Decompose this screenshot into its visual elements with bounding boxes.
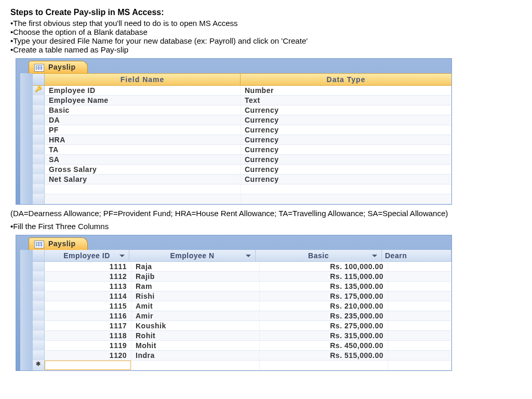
new-record-icon[interactable]: ✱	[33, 361, 45, 370]
table-tab[interactable]: Payslip	[29, 61, 88, 73]
row-selector[interactable]	[33, 311, 45, 321]
row-selector[interactable]	[33, 282, 45, 291]
employee-id-cell[interactable]: 1119	[45, 341, 131, 350]
dearness-cell[interactable]	[388, 301, 451, 311]
dearness-cell[interactable]	[388, 321, 451, 330]
field-name-cell[interactable]: TA	[45, 145, 241, 154]
row-selector[interactable]	[33, 135, 45, 144]
table-row[interactable]	[33, 184, 451, 194]
employee-name-cell[interactable]: Koushik	[131, 321, 260, 330]
dearness-cell[interactable]	[388, 341, 451, 350]
table-row[interactable]: TACurrency	[33, 145, 451, 155]
table-row[interactable]: HRACurrency	[33, 135, 451, 145]
basic-cell[interactable]: Rs. 450,000.00	[260, 341, 388, 350]
row-selector[interactable]	[33, 155, 45, 164]
data-type-cell[interactable]: Currency	[241, 115, 451, 125]
table-row[interactable]: DACurrency	[33, 115, 451, 125]
basic-cell[interactable]: Rs. 515,000.00	[260, 351, 388, 360]
table-row[interactable]: 1117KoushikRs. 275,000.00	[33, 321, 451, 331]
employee-name-cell[interactable]: Mohit	[131, 341, 260, 350]
employee-id-cell[interactable]	[45, 361, 131, 370]
table-row[interactable]: PFCurrency	[33, 125, 451, 135]
dearness-cell[interactable]	[388, 361, 451, 370]
table-row[interactable]: 1112RajibRs. 115,000.00	[33, 272, 451, 282]
dearness-cell[interactable]	[388, 331, 451, 340]
new-record-row[interactable]: ✱	[33, 361, 451, 370]
row-selector[interactable]: 🔑	[33, 86, 45, 95]
table-row[interactable]: 1115AmitRs. 210,000.00	[33, 301, 451, 311]
table-row[interactable]: 1120IndraRs. 515,000.00	[33, 351, 451, 361]
row-selector[interactable]	[33, 341, 45, 350]
basic-cell[interactable]: Rs. 100,000.00	[260, 262, 388, 271]
row-selector[interactable]	[33, 115, 45, 125]
select-all-cell[interactable]	[33, 250, 45, 261]
table-row[interactable]: 1113RamRs. 135,000.00	[33, 282, 451, 291]
dearness-cell[interactable]	[388, 291, 451, 301]
field-name-cell[interactable]: Employee Name	[45, 96, 241, 105]
employee-id-cell[interactable]: 1113	[45, 282, 131, 291]
data-type-cell[interactable]: Text	[241, 96, 451, 105]
employee-id-cell[interactable]: 1120	[45, 351, 131, 360]
employee-name-cell[interactable]: Ram	[131, 282, 260, 291]
data-type-cell[interactable]: Currency	[241, 135, 451, 144]
row-selector[interactable]	[33, 331, 45, 340]
data-type-cell[interactable]: Currency	[241, 175, 451, 184]
employee-id-cell[interactable]: 1115	[45, 301, 131, 311]
dearness-cell[interactable]	[388, 262, 451, 271]
table-row[interactable]: 🔑Employee IDNumber	[33, 86, 451, 96]
table-row[interactable]: 1111RajaRs. 100,000.00	[33, 262, 451, 272]
select-all-cell[interactable]	[33, 74, 45, 85]
row-selector[interactable]	[33, 105, 45, 115]
field-name-cell[interactable]: PF	[45, 125, 241, 135]
employee-name-cell[interactable]: Amir	[131, 311, 260, 321]
basic-cell[interactable]: Rs. 175,000.00	[260, 291, 388, 301]
table-row[interactable]: Net SalaryCurrency	[33, 175, 451, 184]
employee-name-cell[interactable]: Rajib	[131, 272, 260, 281]
header-field-name[interactable]: Field Name	[45, 74, 241, 85]
data-type-cell[interactable]: Currency	[241, 165, 451, 174]
table-row[interactable]: SACurrency	[33, 155, 451, 165]
employee-id-cell[interactable]: 1117	[45, 321, 131, 330]
table-row[interactable]: 1119MohitRs. 450,000.00	[33, 341, 451, 351]
row-selector[interactable]	[33, 291, 45, 301]
dearness-cell[interactable]	[388, 351, 451, 360]
basic-cell[interactable]: Rs. 235,000.00	[260, 311, 388, 321]
field-name-cell[interactable]: Basic	[45, 105, 241, 115]
basic-cell[interactable]: Rs. 275,000.00	[260, 321, 388, 330]
data-type-cell[interactable]	[241, 184, 451, 194]
data-type-cell[interactable]: Currency	[241, 145, 451, 154]
row-selector[interactable]	[33, 194, 45, 204]
basic-cell[interactable]: Rs. 135,000.00	[260, 282, 388, 291]
field-name-cell[interactable]: Gross Salary	[45, 165, 241, 174]
employee-name-cell[interactable]: Indra	[131, 351, 260, 360]
data-type-cell[interactable]: Number	[241, 86, 451, 95]
employee-name-cell[interactable]: Raja	[131, 262, 260, 271]
data-type-cell[interactable]: Currency	[241, 155, 451, 164]
dearness-cell[interactable]	[388, 282, 451, 291]
employee-name-cell[interactable]: Amit	[131, 301, 260, 311]
field-name-cell[interactable]: Net Salary	[45, 175, 241, 184]
table-row[interactable]: 1118RohitRs. 315,000.00	[33, 331, 451, 341]
data-type-cell[interactable]: Currency	[241, 125, 451, 135]
table-row[interactable]: 1114RishiRs. 175,000.00	[33, 291, 451, 301]
row-selector[interactable]	[33, 272, 45, 281]
employee-id-cell[interactable]: 1116	[45, 311, 131, 321]
dearness-cell[interactable]	[388, 311, 451, 321]
basic-cell[interactable]	[260, 361, 388, 370]
field-name-cell[interactable]: Employee ID	[45, 86, 241, 95]
row-selector[interactable]	[33, 125, 45, 135]
field-name-cell[interactable]: SA	[45, 155, 241, 164]
row-selector[interactable]	[33, 175, 45, 184]
basic-cell[interactable]: Rs. 115,000.00	[260, 272, 388, 281]
row-selector[interactable]	[33, 262, 45, 271]
row-selector[interactable]	[33, 165, 45, 174]
row-selector[interactable]	[33, 96, 45, 105]
basic-cell[interactable]: Rs. 210,000.00	[260, 301, 388, 311]
table-row[interactable]: BasicCurrency	[33, 105, 451, 115]
field-name-cell[interactable]: DA	[45, 115, 241, 125]
field-name-cell[interactable]: HRA	[45, 135, 241, 144]
header-dearness[interactable]: Dearn	[382, 250, 451, 261]
employee-name-cell[interactable]: Rohit	[131, 331, 260, 340]
dearness-cell[interactable]	[388, 272, 451, 281]
employee-id-cell[interactable]: 1114	[45, 291, 131, 301]
